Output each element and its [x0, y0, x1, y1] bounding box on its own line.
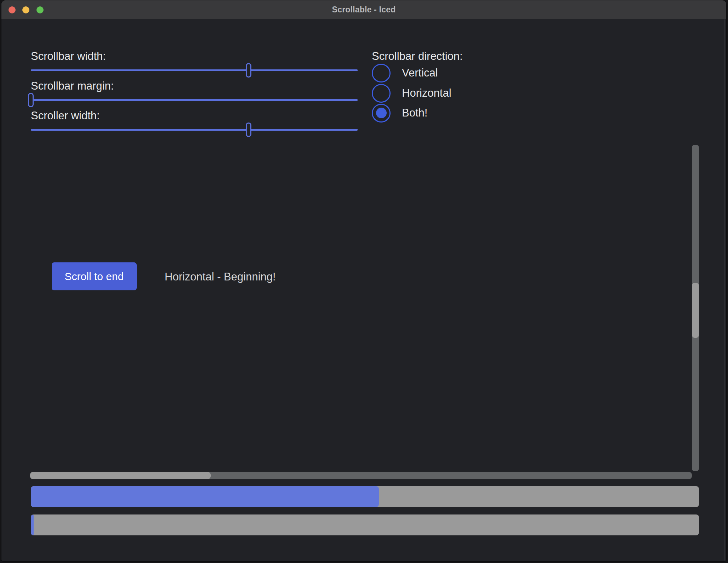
slider-track[interactable] — [31, 69, 358, 71]
scroll-status-text: Horizontal - Beginning! — [165, 271, 276, 283]
horizontal-scroller[interactable] — [30, 472, 211, 479]
scroll-to-end-button[interactable]: Scroll to end — [52, 262, 137, 290]
progress-fill — [31, 514, 34, 535]
radio-circle-icon[interactable] — [372, 64, 391, 83]
vertical-scrollbar-rail[interactable] — [692, 145, 699, 471]
slider-handle[interactable] — [28, 93, 34, 107]
progress-fill — [31, 486, 379, 507]
slider-track[interactable] — [31, 129, 358, 131]
scroller-width-slider[interactable] — [31, 123, 358, 137]
window-edge — [724, 19, 724, 561]
vertical-progress-bar — [31, 514, 699, 535]
zoom-button[interactable] — [36, 6, 44, 13]
window-title: Scrollable - Iced — [332, 5, 396, 15]
radio-option-horizontal[interactable]: Horizontal — [372, 83, 451, 103]
screen: Scrollable - Iced Scrollbar width: Scrol… — [0, 0, 728, 563]
radio-circle-icon[interactable] — [372, 84, 391, 103]
close-button[interactable] — [8, 6, 16, 13]
slider-handle[interactable] — [246, 123, 251, 137]
radio-option-label[interactable]: Both! — [402, 107, 427, 119]
scrollbar-width-label: Scrollbar width: — [31, 50, 106, 63]
horizontal-progress-bar — [31, 486, 699, 507]
horizontal-scrollbar-rail[interactable] — [30, 472, 692, 479]
vertical-scroller[interactable] — [692, 283, 699, 338]
radio-option-label[interactable]: Vertical — [402, 67, 438, 79]
scrollbar-margin-label: Scrollbar margin: — [31, 80, 114, 92]
minimize-button[interactable] — [22, 6, 29, 13]
scrollbar-margin-slider[interactable] — [31, 93, 358, 107]
scrollbar-direction-label: Scrollbar direction: — [372, 50, 463, 63]
scrollbar-width-slider[interactable] — [31, 63, 358, 78]
slider-handle[interactable] — [246, 63, 251, 78]
scroller-width-label: Scroller width: — [31, 109, 100, 122]
radio-option-label[interactable]: Horizontal — [402, 87, 451, 99]
slider-track[interactable] — [31, 99, 358, 101]
radio-option-both[interactable]: Both! — [372, 103, 427, 123]
title-bar[interactable]: Scrollable - Iced — [1, 0, 726, 19]
radio-option-vertical[interactable]: Vertical — [372, 63, 438, 83]
radio-dot-icon — [376, 108, 387, 118]
app-window: Scrollable - Iced Scrollbar width: Scrol… — [1, 0, 727, 562]
radio-circle-icon[interactable] — [372, 104, 391, 123]
